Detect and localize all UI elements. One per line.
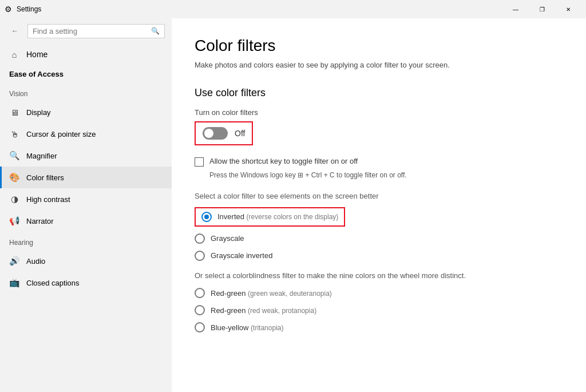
- colorfilters-label: Color filters: [26, 173, 64, 182]
- radio-grayscale[interactable]: [195, 233, 205, 244]
- audio-label: Audio: [26, 257, 45, 266]
- blueyellow-label: Blue-yellow (tritanopia): [211, 323, 283, 332]
- sidebar-item-highcontrast[interactable]: ◑ High contrast: [0, 188, 172, 210]
- hearing-section-title: Hearing: [0, 232, 172, 250]
- titlebar-left: ⚙ Settings: [5, 5, 41, 14]
- color-filter-toggle[interactable]: [203, 127, 228, 140]
- filter-row-redgreen-strong[interactable]: Red-green (red weak, protanopia): [195, 305, 563, 315]
- titlebar-controls: — ❐ ✕: [502, 0, 581, 18]
- sidebar: ← 🔍 ⌂ Home Ease of Access Vision 🖥 Displ…: [0, 18, 172, 392]
- radio-blueyellow[interactable]: [195, 322, 205, 332]
- sidebar-item-cursor[interactable]: 🖱 Cursor & pointer size: [0, 123, 172, 145]
- sidebar-item-home[interactable]: ⌂ Home: [0, 43, 172, 65]
- filter-row-redgreen-weak[interactable]: Red-green (green weak, deuteranopia): [195, 288, 563, 298]
- page-description: Make photos and colors easier to see by …: [195, 60, 563, 71]
- minimize-button[interactable]: —: [502, 0, 529, 18]
- search-input[interactable]: [33, 27, 148, 35]
- sidebar-nav-top: ← 🔍: [0, 18, 172, 43]
- highcontrast-icon: ◑: [9, 194, 19, 204]
- content-area: Color filters Make photos and colors eas…: [172, 18, 586, 392]
- shortcut-checkbox[interactable]: [195, 157, 204, 167]
- filter-select-label: Select a color filter to see elements on…: [195, 192, 563, 200]
- display-label: Display: [26, 108, 51, 117]
- radio-redgreen-strong[interactable]: [195, 305, 205, 315]
- search-icon: 🔍: [151, 27, 160, 35]
- grayscale-inverted-label: Grayscale inverted: [211, 251, 272, 260]
- redgreen-strong-note: (red weak, protanopia): [248, 307, 316, 315]
- titlebar-title: Settings: [17, 5, 41, 13]
- page-title: Color filters: [195, 37, 563, 55]
- colorfilters-icon: 🎨: [9, 172, 19, 183]
- sidebar-item-narrator[interactable]: 📢 Narrator: [0, 210, 172, 232]
- shortcut-checkbox-row: Allow the shortcut key to toggle filter …: [195, 157, 563, 167]
- display-icon: 🖥: [9, 107, 19, 117]
- radio-inverted[interactable]: [201, 212, 212, 222]
- sidebar-item-display[interactable]: 🖥 Display: [0, 101, 172, 123]
- redgreen-weak-note: (green weak, deuteranopia): [248, 290, 332, 298]
- filter-row-grayscale[interactable]: Grayscale: [195, 233, 563, 244]
- highcontrast-label: High contrast: [26, 195, 70, 204]
- vision-section-title: Vision: [0, 83, 172, 101]
- radio-redgreen-weak[interactable]: [195, 288, 205, 298]
- inverted-note: (reverse colors on the display): [247, 213, 339, 221]
- shortcut-hint: Press the Windows logo key ⊞ + Ctrl + C …: [209, 170, 563, 180]
- filter-row-inverted[interactable]: Inverted (reverse colors on the display): [195, 207, 345, 227]
- back-button[interactable]: ←: [7, 23, 23, 39]
- ease-of-access-label: Ease of Access: [0, 65, 172, 83]
- redgreen-strong-label: Red-green (red weak, protanopia): [211, 306, 316, 315]
- cursor-icon: 🖱: [9, 129, 19, 139]
- narrator-icon: 📢: [9, 216, 19, 226]
- sidebar-item-audio[interactable]: 🔊 Audio: [0, 250, 172, 272]
- shortcut-checkbox-label: Allow the shortcut key to toggle filter …: [209, 157, 358, 165]
- close-button[interactable]: ✕: [555, 0, 581, 18]
- filter-row-grayscale-inverted[interactable]: Grayscale inverted: [195, 251, 563, 261]
- toggle-setting-label: Turn on color filters: [195, 108, 563, 117]
- radio-grayscale-inverted[interactable]: [195, 251, 205, 261]
- filter-row-blueyellow[interactable]: Blue-yellow (tritanopia): [195, 322, 563, 332]
- restore-button[interactable]: ❐: [529, 0, 555, 18]
- sidebar-item-magnifier[interactable]: 🔍 Magnifier: [0, 145, 172, 167]
- magnifier-label: Magnifier: [26, 152, 57, 160]
- settings-icon: ⚙: [5, 5, 12, 14]
- blueyellow-note: (tritanopia): [251, 324, 283, 332]
- sidebar-item-colorfilters[interactable]: 🎨 Color filters: [0, 167, 172, 188]
- cursor-label: Cursor & pointer size: [26, 130, 96, 138]
- narrator-label: Narrator: [26, 217, 54, 225]
- toggle-container: Off: [195, 121, 253, 145]
- magnifier-icon: 🔍: [9, 151, 19, 161]
- captions-icon: 📺: [9, 278, 19, 288]
- section-use-title: Use color filters: [195, 87, 563, 99]
- redgreen-weak-label: Red-green (green weak, deuteranopia): [211, 289, 332, 298]
- audio-icon: 🔊: [9, 256, 19, 266]
- home-label: Home: [26, 50, 47, 59]
- home-icon: ⌂: [9, 49, 19, 60]
- colorblind-label: Or select a colorblindness filter to mak…: [195, 270, 563, 282]
- sidebar-item-captions[interactable]: 📺 Closed captions: [0, 272, 172, 294]
- inverted-label: Inverted (reverse colors on the display): [217, 212, 338, 221]
- titlebar: ⚙ Settings — ❐ ✕: [0, 0, 586, 18]
- captions-label: Closed captions: [26, 279, 80, 287]
- main-container: ← 🔍 ⌂ Home Ease of Access Vision 🖥 Displ…: [0, 18, 586, 392]
- grayscale-label: Grayscale: [211, 234, 244, 243]
- search-box: 🔍: [27, 24, 165, 38]
- toggle-off-label: Off: [235, 129, 245, 138]
